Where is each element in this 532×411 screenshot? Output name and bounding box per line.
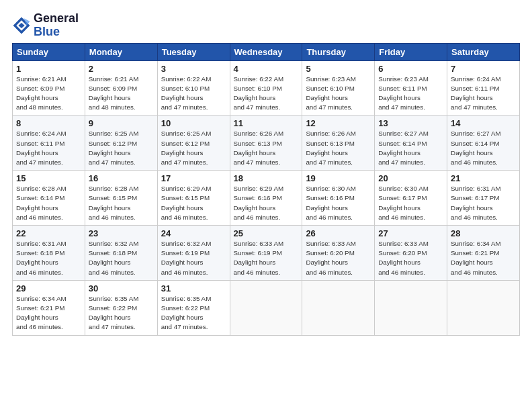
day-number: 30 (89, 283, 154, 293)
table-row (230, 280, 302, 335)
daylight-duration: and 46 minutes. (306, 214, 353, 221)
daylight-duration: and 47 minutes. (306, 158, 353, 166)
day-number: 5 (306, 64, 371, 74)
table-row: 18Sunrise: 6:29 AMSunset: 6:16 PMDayligh… (230, 171, 302, 226)
day-number: 12 (306, 118, 371, 128)
sunset-text: Sunset: 6:15 PM (161, 194, 210, 201)
day-info: Sunrise: 6:27 AMSunset: 6:14 PMDaylight … (378, 129, 443, 167)
sunset-text: Sunset: 6:20 PM (378, 249, 427, 257)
daylight-label: Daylight hours (16, 259, 58, 266)
daylight-duration: and 46 minutes. (89, 269, 136, 276)
table-row: 29Sunrise: 6:34 AMSunset: 6:21 PMDayligh… (13, 280, 85, 335)
sunset-text: Sunset: 6:19 PM (161, 249, 210, 257)
day-number: 14 (451, 118, 516, 128)
sunrise-text: Sunrise: 6:34 AM (16, 295, 66, 302)
table-row: 2Sunrise: 6:21 AMSunset: 6:09 PMDaylight… (85, 60, 157, 116)
day-info: Sunrise: 6:26 AMSunset: 6:13 PMDaylight … (234, 129, 299, 167)
day-info: Sunrise: 6:25 AMSunset: 6:12 PMDaylight … (161, 129, 226, 167)
daylight-label: Daylight hours (161, 149, 204, 156)
sunset-text: Sunset: 6:15 PM (89, 194, 137, 201)
daylight-duration: and 47 minutes. (161, 158, 208, 166)
sunrise-text: Sunrise: 6:21 AM (89, 75, 139, 83)
daylight-label: Daylight hours (89, 314, 131, 321)
sunrise-text: Sunrise: 6:27 AM (451, 130, 501, 137)
day-number: 11 (234, 118, 299, 128)
sunrise-text: Sunrise: 6:33 AM (306, 240, 356, 247)
sunset-text: Sunset: 6:11 PM (378, 85, 427, 92)
sunset-text: Sunset: 6:14 PM (451, 140, 499, 147)
day-number: 31 (161, 283, 226, 293)
table-row: 8Sunrise: 6:24 AMSunset: 6:11 PMDaylight… (13, 116, 85, 171)
day-info: Sunrise: 6:32 AMSunset: 6:19 PMDaylight … (161, 239, 226, 277)
table-row: 9Sunrise: 6:25 AMSunset: 6:12 PMDaylight… (85, 116, 157, 171)
table-row: 4Sunrise: 6:22 AMSunset: 6:10 PMDaylight… (230, 60, 302, 116)
day-info: Sunrise: 6:32 AMSunset: 6:18 PMDaylight … (89, 239, 154, 277)
sunset-text: Sunset: 6:20 PM (306, 249, 354, 257)
table-row: 1Sunrise: 6:21 AMSunset: 6:09 PMDaylight… (13, 60, 85, 116)
daylight-duration: and 46 minutes. (234, 269, 281, 276)
daylight-duration: and 48 minutes. (16, 103, 63, 111)
daylight-duration: and 47 minutes. (378, 158, 425, 166)
sunset-text: Sunset: 6:09 PM (16, 85, 64, 92)
table-row: 17Sunrise: 6:29 AMSunset: 6:15 PMDayligh… (157, 171, 230, 226)
table-row: 26Sunrise: 6:33 AMSunset: 6:20 PMDayligh… (302, 226, 375, 281)
sunset-text: Sunset: 6:11 PM (16, 140, 64, 147)
day-info: Sunrise: 6:23 AMSunset: 6:11 PMDaylight … (378, 75, 443, 113)
daylight-duration: and 46 minutes. (234, 214, 281, 221)
daylight-label: Daylight hours (234, 149, 276, 156)
calendar-week-row: 15Sunrise: 6:28 AMSunset: 6:14 PMDayligh… (13, 171, 520, 226)
calendar-week-row: 1Sunrise: 6:21 AMSunset: 6:09 PMDaylight… (13, 60, 520, 116)
sunrise-text: Sunrise: 6:21 AM (16, 75, 66, 83)
col-tuesday: Tuesday (157, 43, 230, 60)
daylight-duration: and 48 minutes. (89, 103, 136, 111)
calendar-header-row: Sunday Monday Tuesday Wednesday Thursday… (13, 43, 520, 60)
sunrise-text: Sunrise: 6:24 AM (451, 75, 501, 83)
sunrise-text: Sunrise: 6:23 AM (378, 75, 429, 83)
sunrise-text: Sunrise: 6:31 AM (16, 240, 66, 247)
daylight-label: Daylight hours (306, 259, 348, 266)
daylight-label: Daylight hours (234, 259, 276, 266)
day-info: Sunrise: 6:24 AMSunset: 6:11 PMDaylight … (451, 75, 516, 113)
daylight-label: Daylight hours (451, 259, 493, 266)
table-row: 11Sunrise: 6:26 AMSunset: 6:13 PMDayligh… (230, 116, 302, 171)
daylight-duration: and 46 minutes. (378, 214, 425, 221)
sunset-text: Sunset: 6:14 PM (378, 140, 427, 147)
daylight-duration: and 46 minutes. (378, 269, 425, 276)
day-info: Sunrise: 6:25 AMSunset: 6:12 PMDaylight … (89, 129, 154, 167)
sunrise-text: Sunrise: 6:22 AM (161, 75, 212, 83)
daylight-duration: and 47 minutes. (306, 103, 353, 111)
sunrise-text: Sunrise: 6:31 AM (451, 185, 501, 192)
sunrise-text: Sunrise: 6:30 AM (378, 185, 429, 192)
day-number: 13 (378, 118, 443, 128)
day-number: 24 (161, 228, 226, 238)
table-row (375, 280, 447, 335)
day-info: Sunrise: 6:30 AMSunset: 6:17 PMDaylight … (378, 184, 443, 222)
col-friday: Friday (375, 43, 447, 60)
calendar-table: Sunday Monday Tuesday Wednesday Thursday… (12, 43, 520, 336)
daylight-duration: and 47 minutes. (161, 103, 208, 111)
table-row: 27Sunrise: 6:33 AMSunset: 6:20 PMDayligh… (375, 226, 447, 281)
day-number: 23 (89, 228, 154, 238)
daylight-label: Daylight hours (451, 149, 493, 156)
sunrise-text: Sunrise: 6:33 AM (378, 240, 429, 247)
daylight-label: Daylight hours (89, 204, 131, 212)
day-info: Sunrise: 6:33 AMSunset: 6:19 PMDaylight … (234, 239, 299, 277)
daylight-label: Daylight hours (161, 204, 204, 212)
daylight-duration: and 47 minutes. (451, 103, 498, 111)
day-info: Sunrise: 6:30 AMSunset: 6:16 PMDaylight … (306, 184, 371, 222)
daylight-duration: and 47 minutes. (378, 103, 425, 111)
sunset-text: Sunset: 6:21 PM (16, 304, 64, 312)
daylight-duration: and 47 minutes. (161, 323, 208, 330)
sunrise-text: Sunrise: 6:29 AM (234, 185, 284, 192)
page: General Blue Sunday Monday Tuesday Wedne… (0, 0, 532, 411)
day-number: 4 (234, 64, 299, 74)
day-number: 19 (306, 173, 371, 183)
day-number: 7 (451, 64, 516, 74)
sunset-text: Sunset: 6:16 PM (234, 194, 282, 201)
table-row: 24Sunrise: 6:32 AMSunset: 6:19 PMDayligh… (157, 226, 230, 281)
daylight-label: Daylight hours (378, 149, 420, 156)
day-info: Sunrise: 6:35 AMSunset: 6:22 PMDaylight … (89, 294, 154, 332)
daylight-label: Daylight hours (16, 94, 58, 101)
sunrise-text: Sunrise: 6:35 AM (161, 295, 212, 302)
sunset-text: Sunset: 6:14 PM (16, 194, 64, 201)
